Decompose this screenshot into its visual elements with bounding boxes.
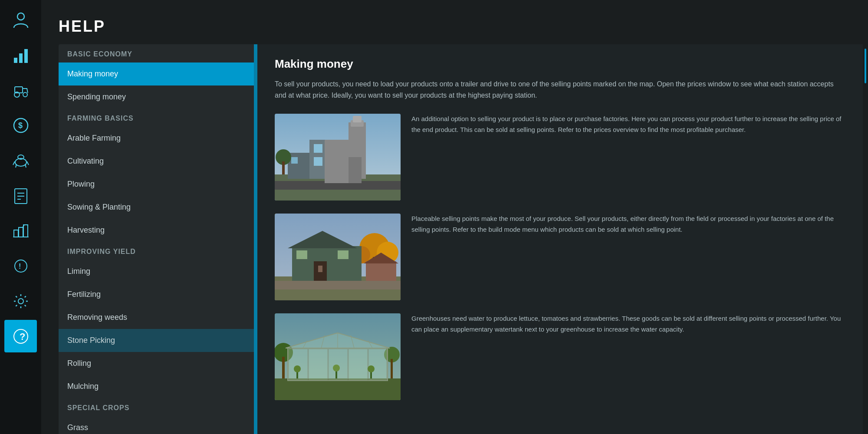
svg-rect-37 — [327, 157, 335, 166]
nav-section-basic-economy: BASIC ECONOMY — [59, 44, 254, 62]
svg-rect-64 — [282, 357, 285, 378]
separator — [254, 44, 257, 434]
svg-rect-35 — [340, 144, 349, 153]
article-text-1: An additional option to selling your pro… — [411, 114, 845, 201]
nav-item-plowing[interactable]: Plowing — [59, 173, 254, 196]
svg-rect-38 — [349, 122, 366, 179]
scrollbar-thumb[interactable] — [865, 49, 866, 83]
svg-point-6 — [23, 92, 27, 97]
svg-point-26 — [18, 299, 23, 304]
svg-text:$: $ — [18, 121, 23, 130]
svg-point-84 — [368, 365, 375, 372]
sidebar-item-stats[interactable] — [4, 39, 37, 71]
nav-item-harvesting[interactable]: Harvesting — [59, 219, 254, 242]
sidebar-item-animals[interactable] — [4, 144, 37, 177]
sidebar-item-contracts[interactable] — [4, 179, 37, 212]
svg-rect-59 — [366, 261, 396, 281]
svg-rect-71 — [349, 349, 368, 380]
nav-item-cultivating[interactable]: Cultivating — [59, 150, 254, 173]
svg-rect-31 — [275, 181, 401, 190]
svg-text:?: ? — [20, 331, 25, 342]
svg-rect-21 — [23, 225, 28, 237]
svg-rect-66 — [391, 359, 393, 378]
sidebar-item-production[interactable] — [4, 214, 37, 247]
article-panel: Making money To sell your products, you … — [257, 44, 863, 434]
article-image-factory — [275, 114, 401, 201]
svg-rect-42 — [291, 157, 298, 164]
nav-item-spending-money[interactable]: Spending money — [59, 85, 254, 108]
article-text-2: Placeable selling points make the most o… — [411, 214, 845, 300]
svg-point-0 — [17, 13, 24, 20]
svg-rect-34 — [327, 144, 335, 153]
article-block-3: Greenhouses need water to produce lettuc… — [275, 313, 845, 400]
sidebar-item-orders[interactable]: ! — [4, 250, 37, 282]
nav-item-sowing-planting[interactable]: Sowing & Planting — [59, 196, 254, 219]
sidebar-item-help[interactable]: ? — [4, 320, 37, 352]
svg-rect-1 — [14, 58, 17, 63]
svg-rect-20 — [19, 227, 23, 237]
svg-line-11 — [13, 161, 15, 165]
svg-point-80 — [294, 365, 301, 372]
nav-item-rolling[interactable]: Rolling — [59, 352, 254, 375]
right-scrollbar[interactable] — [863, 44, 868, 434]
svg-rect-57 — [296, 250, 307, 259]
sidebar-item-tractor[interactable] — [4, 74, 37, 106]
sidebar-item-settings[interactable] — [4, 285, 37, 317]
sidebar-item-player[interactable] — [4, 3, 37, 36]
article-block-2: Placeable selling points make the most o… — [275, 214, 845, 300]
svg-rect-19 — [14, 230, 18, 237]
content-wrapper: BASIC ECONOMY Making money Spending mone… — [59, 44, 868, 434]
nav-panel: BASIC ECONOMY Making money Spending mone… — [59, 44, 254, 434]
nav-item-removing-weeds[interactable]: Removing weeds — [59, 306, 254, 329]
nav-item-fertilizing[interactable]: Fertilizing — [59, 283, 254, 306]
svg-point-82 — [333, 365, 340, 372]
nav-section-special-crops: SPECIAL CROPS — [59, 398, 254, 416]
svg-rect-44 — [282, 161, 285, 174]
article-text-3: Greenhouses need water to produce lettuc… — [411, 313, 845, 400]
svg-rect-56 — [318, 266, 322, 272]
nav-item-mulching[interactable]: Mulching — [59, 375, 254, 398]
svg-rect-62 — [275, 378, 401, 400]
sidebar-item-economy[interactable]: $ — [4, 109, 37, 141]
article-intro: To sell your products, you need to load … — [275, 79, 845, 101]
sidebar: $ — [0, 0, 41, 434]
nav-item-making-money[interactable]: Making money — [59, 62, 254, 85]
svg-rect-58 — [338, 250, 349, 259]
svg-rect-3 — [24, 49, 28, 63]
article-image-barn — [275, 214, 401, 300]
nav-section-farming-basics: FARMING BASICS — [59, 108, 254, 127]
nav-item-grass[interactable]: Grass — [59, 416, 254, 434]
nav-section-improving-yield: IMPROVING YIELD — [59, 242, 254, 260]
svg-rect-69 — [309, 349, 328, 380]
svg-rect-33 — [314, 144, 322, 153]
page-title: HELP — [59, 17, 868, 36]
svg-rect-70 — [329, 349, 348, 380]
svg-rect-2 — [19, 53, 23, 63]
svg-rect-36 — [314, 157, 322, 166]
main-content: HELP BASIC ECONOMY Making money Spending… — [41, 0, 868, 434]
article-title: Making money — [275, 57, 845, 71]
nav-item-liming[interactable]: Liming — [59, 260, 254, 283]
svg-rect-40 — [353, 116, 362, 122]
svg-rect-52 — [275, 281, 401, 289]
svg-line-14 — [27, 161, 29, 165]
svg-text:!: ! — [19, 263, 21, 270]
article-block-1: An additional option to selling your pro… — [275, 114, 845, 201]
nav-item-stone-picking[interactable]: Stone Picking — [59, 329, 254, 352]
article-image-greenhouse — [275, 313, 401, 400]
nav-item-arable-farming[interactable]: Arable Farming — [59, 127, 254, 150]
